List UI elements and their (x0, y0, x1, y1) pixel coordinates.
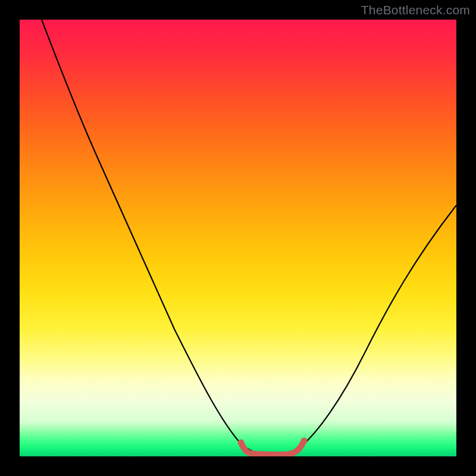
plot-area (20, 20, 456, 456)
marker-start-dot (238, 440, 245, 446)
bottleneck-curve-svg (20, 20, 456, 456)
chart-frame: TheBottleneck.com (0, 0, 476, 476)
marker-end-dot (301, 438, 308, 444)
bottleneck-curve (42, 20, 456, 455)
watermark-text: TheBottleneck.com (361, 3, 470, 17)
optimal-range-marker (241, 441, 304, 455)
